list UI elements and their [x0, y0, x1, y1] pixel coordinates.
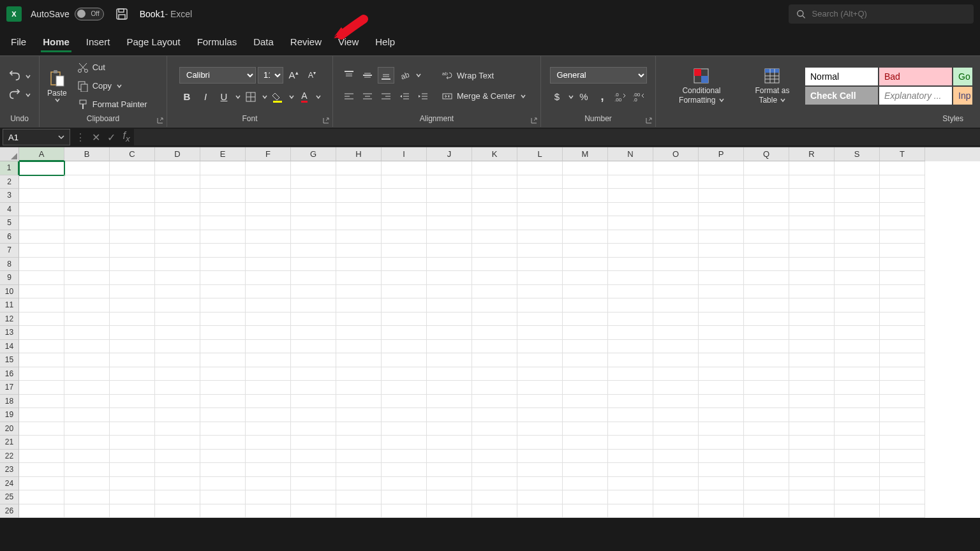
cell[interactable]	[427, 298, 472, 312]
cell[interactable]	[64, 312, 110, 327]
cell[interactable]	[336, 436, 382, 450]
cell[interactable]	[64, 340, 110, 354]
cell[interactable]	[155, 477, 200, 491]
cell[interactable]	[699, 436, 744, 450]
cell[interactable]	[155, 381, 200, 395]
cell[interactable]	[200, 381, 246, 395]
cell[interactable]	[110, 477, 155, 491]
cell[interactable]	[64, 285, 110, 299]
cell[interactable]	[291, 258, 336, 272]
cell[interactable]	[427, 504, 472, 518]
cell[interactable]	[19, 381, 64, 395]
cell[interactable]	[291, 395, 336, 409]
cell[interactable]	[336, 504, 382, 518]
cell[interactable]	[880, 298, 925, 312]
cell[interactable]	[835, 189, 880, 203]
cell[interactable]	[472, 436, 517, 450]
cell[interactable]	[472, 285, 517, 299]
cell[interactable]	[19, 367, 64, 381]
cell[interactable]	[291, 244, 336, 258]
cell[interactable]	[155, 271, 200, 285]
row-header[interactable]: 15	[0, 353, 19, 367]
cell[interactable]	[744, 175, 789, 189]
orientation-button[interactable]: ab	[396, 67, 413, 84]
row-header[interactable]: 1	[0, 161, 19, 175]
cell[interactable]	[472, 326, 517, 340]
cell[interactable]	[880, 230, 925, 244]
cell[interactable]	[110, 340, 155, 354]
cell[interactable]	[200, 161, 246, 175]
cell[interactable]	[155, 353, 200, 367]
cell[interactable]	[789, 258, 835, 272]
cell[interactable]	[699, 216, 744, 230]
cell[interactable]	[291, 285, 336, 299]
accounting-format-button[interactable]: $	[549, 89, 565, 105]
cell[interactable]	[789, 230, 835, 244]
cell[interactable]	[64, 367, 110, 381]
cell[interactable]	[472, 216, 517, 230]
cell[interactable]	[200, 230, 246, 244]
align-left-button[interactable]	[341, 89, 357, 105]
cell[interactable]	[382, 381, 427, 395]
cell[interactable]	[382, 353, 427, 367]
cell[interactable]	[155, 258, 200, 272]
row-header[interactable]: 9	[0, 271, 19, 285]
cell[interactable]	[200, 450, 246, 464]
cell[interactable]	[608, 216, 653, 230]
cell[interactable]	[699, 463, 744, 477]
cell[interactable]	[517, 258, 563, 272]
cell[interactable]	[880, 436, 925, 450]
cell[interactable]	[427, 408, 472, 422]
cell[interactable]	[64, 408, 110, 422]
cell[interactable]	[291, 490, 336, 504]
cell[interactable]	[789, 189, 835, 203]
cell[interactable]	[382, 436, 427, 450]
cell[interactable]	[291, 477, 336, 491]
cell[interactable]	[653, 189, 699, 203]
cell[interactable]	[835, 285, 880, 299]
cell[interactable]	[563, 175, 608, 189]
font-color-button[interactable]: A	[296, 89, 313, 105]
cell[interactable]	[291, 422, 336, 436]
cell[interactable]	[608, 477, 653, 491]
cell[interactable]	[155, 367, 200, 381]
cell[interactable]	[517, 353, 563, 367]
cell[interactable]	[653, 381, 699, 395]
cell[interactable]	[291, 298, 336, 312]
cell[interactable]	[200, 258, 246, 272]
cell[interactable]	[744, 490, 789, 504]
cell[interactable]	[880, 367, 925, 381]
cell[interactable]	[653, 436, 699, 450]
cell[interactable]	[336, 408, 382, 422]
cell[interactable]	[382, 463, 427, 477]
cell[interactable]	[608, 326, 653, 340]
cell[interactable]	[653, 258, 699, 272]
tab-insert[interactable]: Insert	[78, 31, 119, 52]
cell[interactable]	[699, 490, 744, 504]
cell[interactable]	[835, 408, 880, 422]
cell[interactable]	[563, 216, 608, 230]
cell[interactable]	[517, 408, 563, 422]
format-as-table-button[interactable]: Format as Table	[743, 64, 801, 107]
cell[interactable]	[789, 422, 835, 436]
cell[interactable]	[19, 504, 64, 518]
row-header[interactable]: 11	[0, 298, 19, 312]
cell[interactable]	[699, 312, 744, 327]
cell[interactable]	[19, 230, 64, 244]
column-header[interactable]: O	[653, 147, 699, 161]
cell[interactable]	[835, 175, 880, 189]
cell[interactable]	[382, 340, 427, 354]
cell[interactable]	[835, 230, 880, 244]
cell[interactable]	[382, 258, 427, 272]
cell[interactable]	[246, 504, 291, 518]
cell[interactable]	[19, 326, 64, 340]
cell[interactable]	[744, 230, 789, 244]
cell[interactable]	[200, 395, 246, 409]
copy-button[interactable]: Copy	[73, 78, 151, 94]
cell[interactable]	[699, 340, 744, 354]
cell[interactable]	[382, 230, 427, 244]
cell[interactable]	[110, 244, 155, 258]
cell[interactable]	[472, 367, 517, 381]
cell[interactable]	[699, 203, 744, 217]
cell[interactable]	[608, 271, 653, 285]
